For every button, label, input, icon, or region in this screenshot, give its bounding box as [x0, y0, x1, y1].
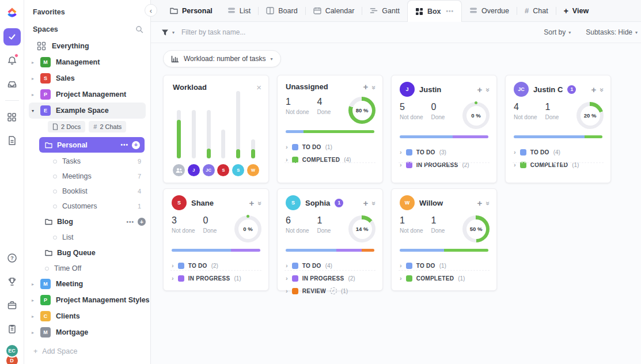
add-task-icon[interactable]: + — [363, 82, 369, 92]
clickup-logo[interactable] — [3, 5, 21, 22]
tab-gantt[interactable]: Gantt — [362, 0, 407, 21]
expand-icon[interactable]: › — [286, 275, 288, 282]
sidebar-space-sales[interactable]: ▸ S Sales — [24, 70, 150, 86]
status-row-completed[interactable]: › COMPLETED (4) — [278, 153, 382, 166]
sidebar-list-tasks[interactable]: Tasks 9 — [24, 154, 150, 169]
avatar-justin[interactable]: J — [188, 164, 200, 176]
docs-button[interactable] — [3, 132, 21, 149]
caret-down-icon[interactable]: ▾ — [32, 108, 39, 113]
sidebar-folder-blog[interactable]: Blog ••• + — [24, 214, 150, 230]
avatar-unassigned[interactable] — [173, 164, 185, 176]
status-row-todo[interactable]: › TO DO (4) — [506, 146, 610, 158]
add-task-icon[interactable]: + — [477, 198, 483, 208]
status-row-in-progress[interactable]: › IN PROGRESS (2) — [392, 158, 496, 171]
sidebar-list-meetings[interactable]: Meetings 7 — [24, 169, 150, 184]
workspace-button[interactable] — [3, 297, 21, 314]
status-row-todo[interactable]: › TO DO (3) — [392, 146, 496, 158]
caret-right-icon[interactable]: ▸ — [32, 314, 39, 319]
avatar-willow[interactable]: W — [247, 164, 259, 176]
tab-chat[interactable]: # Chat — [517, 0, 556, 21]
status-row-completed[interactable]: › COMPLETED (1) — [506, 158, 610, 171]
expand-icon[interactable]: › — [172, 275, 174, 282]
add-task-icon[interactable]: + — [249, 198, 255, 208]
sidebar-folder-bug-queue[interactable]: Bug Queue — [24, 245, 150, 261]
tab-overdue[interactable]: Overdue — [462, 0, 517, 21]
sidebar-list-booklist[interactable]: Booklist 4 — [24, 184, 150, 199]
workload-selector[interactable]: Workload: number of tasks ▾ — [163, 50, 281, 67]
caret-right-icon[interactable]: ▸ — [32, 298, 39, 303]
sidebar-space-project-management-styles[interactable]: ▸ P Project Management Styles — [24, 292, 150, 308]
rewards-button[interactable] — [3, 273, 21, 290]
add-icon[interactable]: + — [132, 141, 140, 149]
add-icon[interactable]: + — [138, 218, 146, 226]
close-icon[interactable]: × — [256, 82, 261, 92]
expand-icon[interactable]: › — [400, 149, 402, 156]
more-icon[interactable]: ••• — [126, 219, 134, 225]
favorites-header[interactable]: Favorites — [24, 3, 150, 21]
sidebar-list-customers[interactable]: Customers 1 — [24, 199, 150, 214]
collapse-card-icon[interactable]: » — [598, 88, 606, 91]
sort-by-button[interactable]: Sort by ▾ — [544, 28, 571, 36]
notifications-button[interactable] — [3, 52, 21, 69]
spaces-header[interactable]: Spaces — [24, 21, 150, 38]
dashboards-button[interactable] — [3, 108, 21, 126]
tab-board[interactable]: Board — [259, 0, 305, 21]
caret-right-icon[interactable]: ▸ — [32, 60, 39, 65]
expand-icon[interactable]: › — [172, 262, 174, 269]
expand-icon[interactable]: › — [400, 275, 402, 282]
avatar-user-ec[interactable]: EC — [5, 344, 19, 358]
sidebar-space-clients[interactable]: ▸ C Clients — [24, 308, 150, 324]
sidebar-space-management[interactable]: ▸ M Management — [24, 54, 150, 70]
sidebar-space-example-space[interactable]: ▾ E Example Space — [29, 103, 146, 119]
expand-icon[interactable]: › — [400, 262, 402, 269]
collapse-card-icon[interactable]: » — [370, 85, 378, 88]
sidebar-space-meeting[interactable]: ▸ M Meeting — [24, 276, 150, 292]
tab-more-icon[interactable]: ••• — [446, 8, 454, 14]
add-task-icon[interactable]: + — [591, 85, 597, 94]
avatar-shane[interactable]: S — [217, 164, 229, 176]
expand-icon[interactable]: › — [514, 149, 516, 156]
collapse-card-icon[interactable]: » — [484, 88, 492, 91]
clipboard-button[interactable] — [3, 320, 21, 338]
caret-right-icon[interactable]: ▸ — [32, 76, 39, 81]
add-task-icon[interactable]: + — [477, 85, 483, 94]
tab-list[interactable]: List — [220, 0, 258, 21]
status-row-todo[interactable]: › TO DO (1) — [278, 141, 382, 153]
chats-pill[interactable]: # 2 Chats — [89, 121, 126, 132]
caret-right-icon[interactable]: ▸ — [32, 92, 39, 97]
tab-personal[interactable]: Personal — [162, 0, 220, 21]
filter-task-input[interactable]: Filter by task name... — [181, 28, 245, 36]
tab-calendar[interactable]: Calendar — [306, 0, 362, 21]
search-icon[interactable] — [135, 25, 143, 33]
expand-icon[interactable]: › — [286, 287, 288, 294]
sidebar-space-project-management[interactable]: ▸ P Project Management — [24, 86, 150, 103]
sidebar-space-mortgage[interactable]: ▸ M Mortgage — [24, 324, 150, 340]
more-icon[interactable]: ••• — [120, 142, 128, 148]
status-row-review[interactable]: › REVIEW ✓ (1) — [278, 285, 382, 297]
inbox-button[interactable] — [3, 75, 21, 93]
subtasks-button[interactable]: Subtasks: Hide ▾ — [586, 28, 638, 36]
collapse-card-icon[interactable]: » — [370, 202, 378, 204]
expand-icon[interactable]: › — [286, 143, 288, 150]
sidebar-collapse-button[interactable]: ‹ — [145, 4, 157, 17]
help-button[interactable]: ? — [3, 249, 21, 267]
add-view-button[interactable]: + View — [556, 0, 596, 21]
caret-right-icon[interactable]: ▸ — [32, 330, 39, 335]
sidebar-list-time-off[interactable]: Time Off — [24, 261, 150, 276]
add-task-icon[interactable]: + — [363, 198, 369, 208]
active-view-button[interactable] — [3, 28, 21, 46]
docs-pill[interactable]: 2 Docs — [48, 121, 85, 132]
collapse-card-icon[interactable]: » — [256, 202, 264, 204]
collapse-card-icon[interactable]: » — [484, 202, 492, 204]
sidebar-folder-personal-selected[interactable]: Personal ••• + — [39, 137, 145, 153]
tab-box-active[interactable]: Box ••• — [407, 0, 462, 22]
sidebar-item-everything[interactable]: Everything — [24, 38, 150, 54]
add-space-button[interactable]: + Add Space — [24, 340, 150, 355]
caret-right-icon[interactable]: ▸ — [32, 282, 39, 287]
status-row-in-progress[interactable]: › IN PROGRESS (1) — [164, 272, 268, 285]
avatar-justin-c[interactable]: JC — [203, 164, 215, 176]
filter-button[interactable]: ▾ Filter by task name... — [161, 28, 245, 36]
sidebar-list-blog-list[interactable]: List — [24, 230, 150, 245]
expand-icon[interactable]: › — [286, 262, 288, 269]
avatar-sophia[interactable]: S — [232, 164, 244, 176]
